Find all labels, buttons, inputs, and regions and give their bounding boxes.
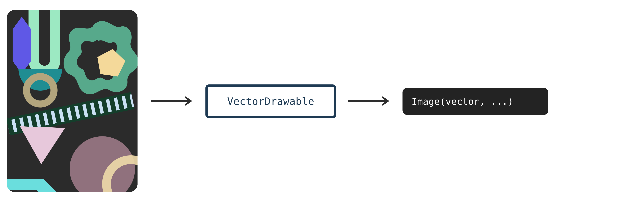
arrow-icon [151, 96, 194, 106]
image-call-label: Image(vector, ...) [412, 96, 513, 107]
image-call-box: Image(vector, ...) [402, 88, 548, 115]
vector-illustration-svg [7, 10, 138, 192]
diagram-canvas: VectorDrawable Image(vector, ...) [0, 0, 644, 202]
vector-drawable-label: VectorDrawable [227, 96, 314, 107]
vector-illustration [7, 10, 138, 192]
arrow-icon [348, 96, 392, 106]
vector-drawable-box: VectorDrawable [206, 85, 336, 118]
